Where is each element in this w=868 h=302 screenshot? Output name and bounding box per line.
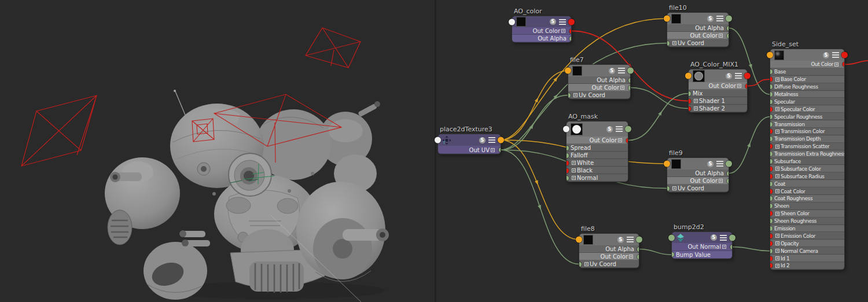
menu-icon[interactable] [735, 73, 742, 79]
expand-plus-icon[interactable]: + [775, 145, 779, 149]
expand-plus-icon[interactable]: + [722, 245, 726, 249]
expand-plus-icon[interactable]: + [572, 168, 576, 172]
port-green-dot[interactable] [569, 36, 572, 41]
menu-icon[interactable] [627, 237, 634, 242]
attr-row-out-color[interactable]: Out Color+ [667, 177, 729, 185]
port-red-dot[interactable] [689, 106, 691, 111]
menu-icon[interactable] [616, 126, 623, 132]
attr-row-out-color[interactable]: Out Color+ [512, 27, 571, 35]
port-green-dot[interactable] [770, 196, 773, 201]
attr-row-falloff[interactable]: Falloff [567, 152, 628, 159]
expand-plus-icon[interactable]: + [775, 167, 779, 171]
expand-plus-icon[interactable]: + [694, 106, 698, 111]
s-badge-icon[interactable]: S [823, 52, 829, 58]
attr-row-transmission-scatter[interactable]: +Transmission Scatter [770, 143, 844, 150]
port-red-dot[interactable] [770, 144, 773, 149]
port-green-dot[interactable] [637, 255, 639, 259]
s-badge-icon[interactable]: S [707, 161, 713, 167]
menu-icon[interactable] [832, 52, 839, 58]
expand-plus-icon[interactable]: + [775, 249, 779, 253]
port-green-dot[interactable] [770, 152, 773, 156]
attr-row-normal-camera[interactable]: +Normal Camera [770, 247, 844, 255]
header-output-port[interactable] [636, 237, 642, 243]
expand-plus-icon[interactable]: + [620, 86, 624, 90]
s-badge-icon[interactable]: S [606, 126, 613, 132]
node-header[interactable]: S [579, 234, 639, 245]
header-output-port[interactable] [627, 68, 634, 74]
attr-row-subsurface-radius[interactable]: +Subsurface Radius [770, 172, 844, 180]
attr-row-id-1[interactable]: +Id 1 [770, 255, 844, 262]
port-green-dot[interactable] [672, 252, 674, 257]
header-output-port[interactable] [744, 73, 751, 79]
header-input-port[interactable] [664, 161, 670, 167]
light-gizmo-left[interactable] [21, 95, 97, 166]
expand-plus-icon[interactable]: + [737, 84, 741, 88]
expand-plus-icon[interactable]: + [584, 262, 589, 266]
attr-row-out-color[interactable]: Out Color+ [579, 253, 639, 260]
expand-plus-icon[interactable]: + [775, 241, 779, 245]
attr-row-out-color[interactable]: Out Color+ [567, 137, 628, 144]
node-header[interactable]: S [512, 16, 571, 27]
attr-row-coat-color[interactable]: +Coat Color [770, 187, 844, 195]
expand-plus-icon[interactable]: + [719, 179, 723, 183]
attr-row-uv-coord[interactable]: +Uv Coord [667, 185, 729, 192]
s-badge-icon[interactable]: S [609, 68, 615, 74]
attr-row-transmission-depth[interactable]: Transmission Depth [770, 135, 844, 143]
port-green-dot[interactable] [770, 204, 773, 208]
mech-model[interactable] [105, 90, 389, 300]
header-output-port[interactable] [625, 126, 631, 132]
expand-plus-icon[interactable]: + [775, 78, 779, 82]
viewport-3d-panel[interactable] [0, 0, 436, 302]
attr-row-out-alpha[interactable]: Out Alpha [579, 245, 639, 253]
expand-plus-icon[interactable]: + [572, 176, 576, 180]
light-gizmo-top-right[interactable] [306, 28, 361, 68]
attr-row-out-color[interactable]: Out Color+ [770, 61, 844, 68]
attr-row-out-alpha[interactable]: Out Alpha [568, 76, 630, 84]
port-green-dot[interactable] [770, 182, 773, 186]
attr-row-subsurface-color[interactable]: +Subsurface Color [770, 165, 844, 172]
expand-plus-icon[interactable]: + [775, 174, 779, 178]
port-green-dot[interactable] [567, 153, 569, 158]
port-red-dot[interactable] [770, 211, 773, 216]
port-green-dot[interactable] [727, 34, 729, 38]
port-red-dot[interactable] [626, 138, 628, 143]
expand-plus-icon[interactable]: + [775, 212, 779, 216]
port-green-dot[interactable] [770, 159, 773, 164]
expand-plus-icon[interactable]: + [572, 161, 576, 165]
node-header[interactable]: TS [438, 134, 501, 146]
expand-plus-icon[interactable]: + [672, 186, 676, 190]
wire-file7_Out_Color-to-AO_Color_MIX1_Shader_2[interactable] [631, 88, 689, 109]
expand-plus-icon[interactable]: + [719, 34, 723, 38]
node-file7[interactable]: file7SOut AlphaOut Color++Uv Coord [568, 65, 630, 99]
attr-row-diffuse-roughness[interactable]: Diffuse Roughness [770, 83, 844, 91]
attr-row-out-color[interactable]: Out Color+ [568, 84, 630, 91]
attr-row-uv-coord[interactable]: +Uv Coord [667, 39, 729, 47]
s-badge-icon[interactable]: S [726, 73, 732, 79]
node-AO_color[interactable]: AO_colorSOut Color+Out Alpha [512, 16, 571, 42]
attr-row-spread[interactable]: Spread [567, 144, 628, 152]
port-red-dot[interactable] [770, 189, 773, 194]
attr-row-specular-color[interactable]: +Specular Color [770, 105, 844, 113]
port-red-dot[interactable] [770, 174, 773, 179]
port-green-dot[interactable] [770, 219, 773, 223]
attr-row-sheen[interactable]: Sheen [770, 202, 844, 210]
port-red-dot[interactable] [843, 62, 845, 67]
attr-row-transmission-color[interactable]: +Transmission Color [770, 128, 844, 135]
node-file10[interactable]: file10SOut AlphaOut Color++Uv Coord [667, 13, 729, 47]
port-green-dot[interactable] [770, 115, 773, 119]
attr-row-shader-2[interactable]: +Shader 2 [689, 105, 747, 112]
attr-row-opacity[interactable]: +Opacity [770, 240, 844, 247]
expand-plus-icon[interactable]: + [618, 138, 622, 142]
wire-place2dTexture3_header-right-to-file7_header-left[interactable] [501, 71, 568, 140]
header-input-port[interactable] [563, 126, 569, 132]
header-output-port[interactable] [729, 234, 735, 241]
node-Side_set[interactable]: Side_setSOut Color+Base+Base ColorDiffus… [770, 49, 844, 270]
expand-plus-icon[interactable]: + [694, 99, 698, 103]
attr-row-transmission-extra-roughness[interactable]: Transmission Extra Roughness [770, 150, 844, 158]
port-red-dot[interactable] [569, 29, 572, 34]
menu-icon[interactable] [488, 137, 495, 143]
node-header[interactable]: S [667, 158, 729, 170]
port-green-dot[interactable] [770, 249, 773, 253]
expand-plus-icon[interactable]: + [491, 148, 495, 152]
menu-icon[interactable] [618, 68, 625, 73]
